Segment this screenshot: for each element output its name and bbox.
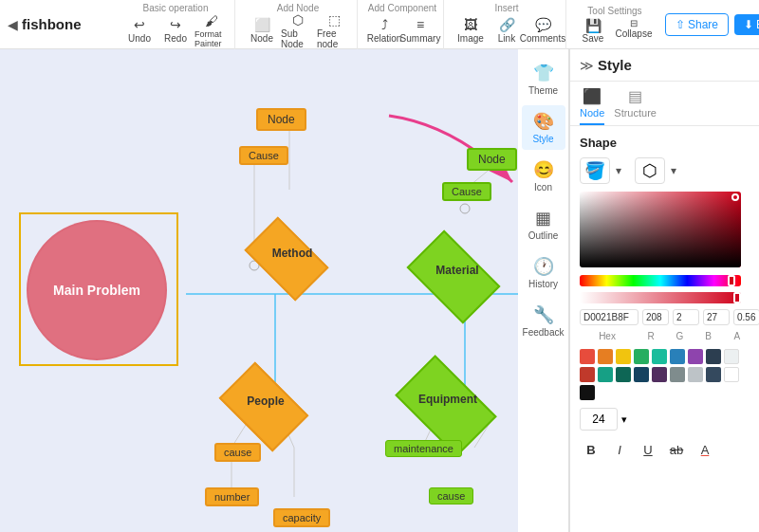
collapse-button[interactable]: ⊟ Collapse: [614, 18, 654, 44]
cause-box-1[interactable]: Cause: [239, 146, 288, 165]
preset-purple[interactable]: [688, 349, 703, 364]
font-controls: B I U ab A: [580, 438, 750, 461]
font-color-button[interactable]: A: [694, 438, 716, 461]
color-opacity-bar[interactable]: [580, 292, 741, 303]
preset-darkblue[interactable]: [706, 349, 721, 364]
right-panel: ≫ Style ⬛ Node ▤ Structure Shape 🪣 ▾: [569, 49, 759, 532]
format-painter-icon: 🖌: [205, 13, 218, 28]
redo-button[interactable]: ↪ Redo: [158, 15, 193, 46]
summary-button[interactable]: ≡ Summary: [403, 15, 437, 46]
material-diamond[interactable]: [407, 230, 501, 324]
node-button[interactable]: ⬜ Node: [245, 15, 279, 46]
theme-icon-btn[interactable]: 👕 Theme: [522, 57, 565, 101]
capacity-box[interactable]: capacity: [273, 508, 330, 527]
preset-darkred[interactable]: [580, 367, 595, 382]
toolbar-group-add-node: Add Node ⬜ Node ⬡ Sub Node ⬚ Free node: [239, 0, 358, 49]
history-icon-btn[interactable]: 🕐 History: [522, 250, 565, 295]
preset-white[interactable]: [724, 367, 739, 382]
preset-red[interactable]: [580, 349, 595, 364]
hex-input[interactable]: [580, 309, 639, 325]
back-button[interactable]: ◀: [8, 14, 18, 35]
preset-lightgray[interactable]: [688, 367, 703, 382]
outline-icon: ▦: [535, 208, 551, 229]
cause-box-4[interactable]: cause: [429, 487, 473, 504]
strikethrough-button[interactable]: ab: [665, 438, 688, 461]
fill-color-btn[interactable]: 🪣: [580, 157, 610, 184]
color-picker-gradient[interactable]: [580, 192, 741, 267]
preset-gray[interactable]: [670, 367, 685, 382]
style-icon-btn[interactable]: 🎨 Style: [522, 105, 565, 150]
preset-yellow[interactable]: [616, 349, 631, 364]
outline-icon-btn[interactable]: ▦ Outline: [522, 202, 565, 247]
equipment-diamond-container: Equipment: [402, 377, 490, 434]
feedback-icon: 🔧: [533, 304, 554, 325]
image-button[interactable]: 🖼 Image: [454, 15, 488, 46]
shape-section-label: Shape: [580, 136, 750, 150]
b-label: B: [696, 331, 721, 341]
preset-slate[interactable]: [706, 367, 721, 382]
font-size-row: ▾: [580, 408, 750, 431]
underline-button[interactable]: U: [637, 438, 659, 461]
font-size-input[interactable]: [580, 408, 618, 431]
preset-colors: [580, 349, 750, 400]
cause-box-3[interactable]: cause: [214, 443, 261, 462]
save-button[interactable]: 💾 Save: [576, 18, 610, 44]
preset-darkteal[interactable]: [598, 367, 613, 382]
free-node-button[interactable]: ⬚ Free node: [317, 15, 351, 46]
fill-dropdown[interactable]: ▾: [616, 164, 621, 177]
header: ◀ fishbone Basic operation ↩ Undo ↪ Redo…: [0, 0, 759, 49]
preset-orange[interactable]: [598, 349, 613, 364]
basic-op-label: Basic operation: [143, 3, 209, 13]
italic-button[interactable]: I: [608, 438, 631, 461]
maintenance-box[interactable]: maintenance: [385, 440, 462, 457]
a-input[interactable]: [733, 309, 759, 325]
r-input[interactable]: [642, 309, 669, 325]
main-problem[interactable]: Main Problem: [27, 220, 167, 360]
add-node-items: ⬜ Node ⬡ Sub Node ⬚ Free node: [245, 15, 351, 46]
feedback-icon-btn[interactable]: 🔧 Feedback: [522, 299, 565, 343]
undo-button[interactable]: ↩ Undo: [122, 15, 157, 46]
number-box[interactable]: number: [205, 487, 259, 506]
color-picker-handle[interactable]: [731, 193, 739, 201]
relation-button[interactable]: ⤴ Relation: [367, 15, 401, 46]
node-box-1[interactable]: Node: [256, 108, 306, 131]
color-hue-bar[interactable]: [580, 275, 741, 286]
sub-node-button[interactable]: ⬡ Sub Node: [281, 15, 315, 46]
comments-button[interactable]: 💬 Comments: [526, 15, 560, 46]
link-button[interactable]: 🔗 Link: [490, 15, 524, 46]
redo-icon: ↪: [170, 17, 181, 32]
export-button[interactable]: ⬇ Export: [734, 14, 759, 35]
border-dropdown[interactable]: ▾: [671, 164, 676, 177]
cause-box-2[interactable]: Cause: [442, 182, 491, 201]
border-color-btn[interactable]: ⬡: [635, 157, 665, 184]
preset-black[interactable]: [580, 385, 595, 400]
preset-light[interactable]: [724, 349, 739, 364]
canvas[interactable]: Node Node Cause Cause Method Material Ma…: [0, 49, 518, 532]
structure-tab-icon: ▤: [628, 87, 642, 105]
toolbar-group-add-component: Add Component ⤴ Relation ≡ Summary: [361, 0, 444, 49]
preset-navy[interactable]: [634, 367, 649, 382]
insert-label: Insert: [494, 3, 518, 13]
tab-node[interactable]: ⬛ Node: [580, 87, 604, 125]
share-button[interactable]: ⇧ Share: [665, 13, 729, 36]
font-size-dropdown[interactable]: ▾: [621, 413, 627, 426]
tab-structure[interactable]: ▤ Structure: [614, 87, 657, 125]
tool-settings-group: Tool Settings 💾 Save ⊟ Collapse ⇧ Share …: [570, 6, 759, 44]
bold-button[interactable]: B: [580, 438, 602, 461]
color-value-labels: Hex R G B A: [580, 331, 750, 341]
node-icon: ⬜: [254, 17, 270, 32]
preset-darkgreen[interactable]: [616, 367, 631, 382]
icon-icon-btn[interactable]: 😊 Icon: [522, 154, 565, 198]
node-box-2[interactable]: Node: [467, 148, 517, 171]
preset-darkpurple[interactable]: [652, 367, 667, 382]
preset-blue[interactable]: [670, 349, 685, 364]
panel-expand-icon[interactable]: ≫: [580, 58, 594, 73]
preset-teal[interactable]: [652, 349, 667, 364]
g-input[interactable]: [673, 309, 699, 325]
style-icon: 🎨: [533, 111, 554, 132]
preset-green[interactable]: [634, 349, 649, 364]
b-input[interactable]: [703, 309, 730, 325]
undo-icon: ↩: [134, 17, 145, 32]
toolbar-group-basic: Basic operation ↩ Undo ↪ Redo 🖌 Format P…: [117, 0, 235, 49]
format-painter-button[interactable]: 🖌 Format Painter: [194, 15, 229, 46]
